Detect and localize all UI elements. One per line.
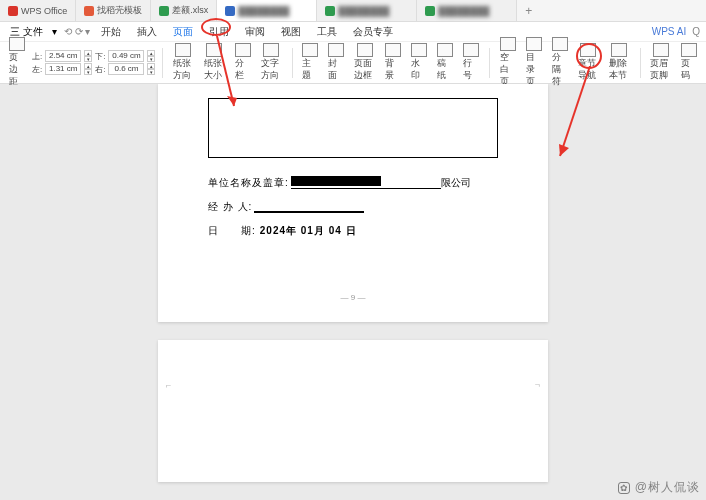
menu-review[interactable]: 审阅 [238, 23, 272, 41]
tab-template[interactable]: 找稻壳模板 [76, 0, 151, 21]
company-line[interactable]: 单位名称及盖章: 限公司 [208, 176, 498, 190]
spinner[interactable]: ▴▾ [147, 63, 155, 75]
margin-inputs: 上: 2.54 cm ▴▾ 下: 0.49 cm ▴▾ 左: 1.31 cm ▴… [32, 50, 155, 75]
lineno-button[interactable]: 行号 [460, 42, 482, 83]
company-suffix: 限公司 [441, 176, 471, 190]
margin-top-input[interactable]: 2.54 cm [45, 50, 81, 62]
tab-label: 找稻壳模板 [97, 4, 142, 17]
menu-tools[interactable]: 工具 [310, 23, 344, 41]
date-label: 日 期: [208, 224, 256, 238]
margin-left-input[interactable]: 1.31 cm [45, 63, 81, 75]
tab-label: WPS Office [21, 6, 67, 16]
menu-page[interactable]: 页面 [166, 23, 200, 41]
document-canvas[interactable]: 单位名称及盖章: 限公司 经 办 人: 日 期: 2024年 01月 04 日 … [0, 84, 706, 500]
chapter-icon [580, 43, 596, 57]
pagenum-icon [681, 43, 697, 57]
spinner[interactable]: ▴▾ [84, 50, 92, 62]
theme-button[interactable]: 主题 [299, 42, 321, 83]
border-button[interactable]: 页面边框 [351, 42, 378, 83]
cover-icon [328, 43, 344, 57]
orientation-button[interactable]: 纸张方向 [170, 42, 197, 83]
papersize-button[interactable]: 纸张大小 [201, 42, 228, 83]
new-tab-button[interactable]: + [517, 4, 540, 18]
margin-bottom-label: 下: [95, 51, 105, 62]
paper-button[interactable]: 稿纸 [434, 42, 456, 83]
textdir-icon [263, 43, 279, 57]
menu-start[interactable]: 开始 [94, 23, 128, 41]
chapter-button[interactable]: 章节导航 [575, 42, 602, 83]
image-watermark: ✿ @树人侃谈 [618, 479, 700, 496]
sheet-icon [325, 6, 335, 16]
paper-icon [437, 43, 453, 57]
delete-section-button[interactable]: 删除本节 [606, 42, 633, 83]
wps-icon [8, 6, 18, 16]
background-button[interactable]: 背景 [382, 42, 404, 83]
ribbon-page: 页边距 上: 2.54 cm ▴▾ 下: 0.49 cm ▴▾ 左: 1.31 … [0, 42, 706, 84]
page-9[interactable]: 单位名称及盖章: 限公司 经 办 人: 日 期: 2024年 01月 04 日 … [158, 84, 548, 322]
pagenum-button[interactable]: 页码 [678, 42, 700, 83]
word-icon [225, 6, 235, 16]
tab-label-blur: ████████ [238, 6, 289, 16]
sheet-icon [159, 6, 169, 16]
page-number: — 9 — [208, 293, 498, 302]
margin-top-label: 上: [32, 51, 42, 62]
content-box[interactable] [208, 98, 498, 158]
menu-insert[interactable]: 插入 [130, 23, 164, 41]
margin-button[interactable]: 页边距 [6, 36, 28, 89]
menu-member[interactable]: 会员专享 [346, 23, 400, 41]
search-icon[interactable]: Q [692, 26, 700, 37]
save-icon[interactable]: ▾ [49, 26, 60, 37]
lineno-icon [463, 43, 479, 57]
date-value: 2024年 01月 04 日 [260, 224, 357, 238]
spinner[interactable]: ▴▾ [147, 50, 155, 62]
margin-left-label: 左: [32, 64, 42, 75]
blankpage-button[interactable]: 空白页 [497, 36, 519, 89]
template-icon [84, 6, 94, 16]
margin-right-input[interactable]: 0.6 cm [108, 63, 144, 75]
cover-button[interactable]: 封面 [325, 42, 347, 83]
wps-ai-button[interactable]: WPS AI [652, 26, 686, 37]
break-icon [552, 37, 568, 51]
margin-bottom-input[interactable]: 0.49 cm [108, 50, 144, 62]
bg-icon [385, 43, 401, 57]
company-label: 单位名称及盖章: [208, 176, 289, 190]
break-button[interactable]: 分隔符 [549, 36, 571, 89]
tab-doc-5[interactable]: ████████ [417, 0, 517, 21]
papersize-icon [206, 43, 222, 57]
tab-label-blur: ████████ [438, 6, 489, 16]
menu-bar: 三 文件 ▾ ⟲ ⟳ ▾ 开始 插入 页面 引用 审阅 视图 工具 会员专享 W… [0, 22, 706, 42]
watermark-icon [411, 43, 427, 57]
columns-button[interactable]: 分栏 [232, 42, 254, 83]
watermark-icon: ✿ [618, 482, 630, 494]
spinner[interactable]: ▴▾ [84, 63, 92, 75]
header-footer-icon [653, 43, 669, 57]
handler-label: 经 办 人: [208, 200, 252, 214]
corner-mark: ¬ [535, 380, 540, 390]
toolbar-icons[interactable]: ⟲ ⟳ ▾ [62, 26, 93, 37]
menu-reference[interactable]: 引用 [202, 23, 236, 41]
toc-icon [526, 37, 542, 51]
blankpage-icon [500, 37, 516, 51]
border-icon [357, 43, 373, 57]
corner-mark: ⌐ [166, 380, 171, 390]
tab-home[interactable]: WPS Office [0, 0, 76, 21]
orientation-icon [175, 43, 191, 57]
textdir-button[interactable]: 文字方向 [258, 42, 285, 83]
page-10[interactable]: ⌐ ¬ [158, 340, 548, 482]
margin-icon [9, 37, 25, 51]
menu-view[interactable]: 视图 [274, 23, 308, 41]
document-tabs: WPS Office 找稻壳模板 差额.xlsx ████████ ██████… [0, 0, 706, 22]
tab-doc-4[interactable]: ████████ [317, 0, 417, 21]
handler-line[interactable]: 经 办 人: [208, 200, 498, 214]
date-line[interactable]: 日 期: 2024年 01月 04 日 [208, 224, 498, 238]
tab-label-blur: ████████ [338, 6, 389, 16]
margin-right-label: 右: [95, 64, 105, 75]
theme-icon [302, 43, 318, 57]
sheet-icon [425, 6, 435, 16]
header-footer-button[interactable]: 页眉页脚 [647, 42, 674, 83]
tab-label: 差额.xlsx [172, 4, 208, 17]
watermark-button[interactable]: 水印 [408, 42, 430, 83]
tab-xlsx[interactable]: 差额.xlsx [151, 0, 217, 21]
tab-doc-active[interactable]: ████████ [217, 0, 317, 21]
toc-button[interactable]: 目录页 [523, 36, 545, 89]
